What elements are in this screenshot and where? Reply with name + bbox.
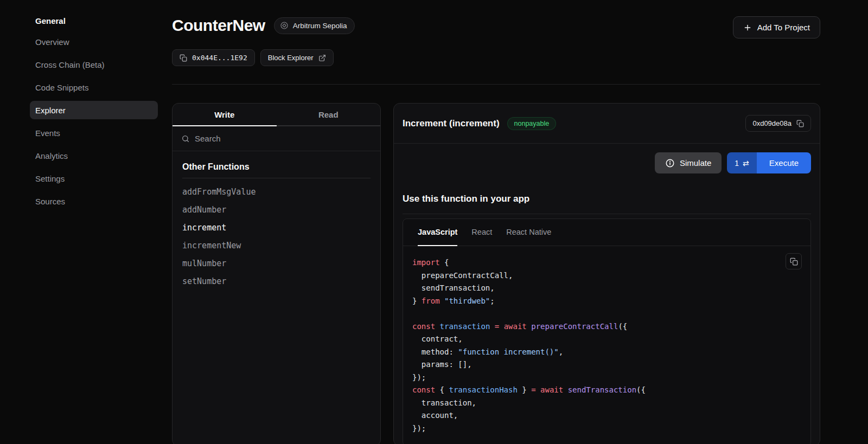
search-input[interactable]	[195, 134, 372, 143]
sidebar-item-overview[interactable]: Overview	[30, 33, 158, 51]
function-group-title: Other Functions	[182, 162, 371, 178]
sidebar-item-events[interactable]: Events	[30, 124, 158, 142]
simulate-label: Simulate	[680, 158, 711, 168]
function-selector-label: 0xd09de08a	[752, 119, 792, 127]
sidebar-item-analytics[interactable]: Analytics	[30, 146, 158, 165]
page-header: CounterNew Arbitrum Sepolia Add To Proje…	[172, 0, 820, 38]
block-explorer-label: Block Explorer	[268, 54, 314, 62]
execute-button[interactable]: Execute	[757, 152, 811, 173]
plus-icon	[743, 23, 752, 32]
swap-arrows-icon: ⇄	[743, 159, 749, 167]
network-icon	[280, 21, 289, 30]
function-title-group: Increment (increment) nonpayable	[403, 117, 556, 130]
search-icon	[181, 134, 190, 143]
tab-write[interactable]: Write	[173, 104, 277, 126]
sidebar-item-cross-chain-beta[interactable]: Cross Chain (Beta)	[30, 55, 158, 74]
function-selector-button[interactable]: 0xd09de08a	[745, 115, 811, 132]
network-badge-label: Arbitrum Sepolia	[293, 22, 347, 30]
copy-code-button[interactable]	[786, 253, 802, 269]
code-snippet-card: JavaScriptReactReact Native import { pre…	[403, 218, 811, 444]
function-item-increment[interactable]: increment	[182, 218, 371, 236]
header-divider	[172, 84, 820, 85]
sidebar-item-sources[interactable]: Sources	[30, 192, 158, 210]
page-title: CounterNew	[172, 16, 265, 35]
code-line: method: "function increment()",	[412, 346, 801, 359]
write-read-tabs: WriteRead	[173, 104, 380, 126]
usage-divider	[403, 214, 811, 214]
function-search	[173, 126, 380, 151]
code-line: sendTransaction,	[412, 282, 801, 295]
function-item-mulNumber[interactable]: mulNumber	[182, 254, 371, 272]
code-line: account,	[412, 409, 801, 422]
sidebar: General OverviewCross Chain (Beta)Code S…	[0, 0, 172, 444]
code-block: import { prepareContractCall, sendTransa…	[412, 256, 801, 435]
execute-split-button: 1 ⇄ Execute	[727, 152, 811, 173]
code-line: import {	[412, 256, 801, 269]
function-item-addNumber[interactable]: addNumber	[182, 201, 371, 218]
code-line: });	[412, 422, 801, 435]
tab-read[interactable]: Read	[277, 104, 381, 126]
network-badge[interactable]: Arbitrum Sepolia	[274, 17, 355, 34]
code-line: const { transactionHash } = await sendTr…	[412, 384, 801, 397]
contract-address-button[interactable]: 0x044E...1E92	[172, 49, 255, 66]
function-detail-panel: Increment (increment) nonpayable 0xd09de…	[393, 103, 820, 444]
code-line: prepareContractCall,	[412, 269, 801, 282]
function-list: addFromMsgValueaddNumberincrementincreme…	[182, 183, 371, 290]
actions-row: Simulate 1 ⇄ Execute	[403, 152, 811, 173]
content: WriteRead Other Functions addFromMsgValu…	[172, 103, 820, 444]
add-to-project-button[interactable]: Add To Project	[733, 16, 820, 38]
function-item-addFromMsgValue[interactable]: addFromMsgValue	[182, 183, 371, 201]
sidebar-section-title: General	[30, 16, 158, 25]
external-link-icon	[318, 54, 326, 62]
transaction-count: 1	[735, 159, 739, 168]
sidebar-item-code-snippets[interactable]: Code Snippets	[30, 78, 158, 96]
function-detail-header: Increment (increment) nonpayable 0xd09de…	[394, 104, 820, 144]
function-list-section: Other Functions addFromMsgValueaddNumber…	[173, 151, 380, 301]
code-line: transaction,	[412, 397, 801, 410]
code-line	[412, 307, 801, 320]
sidebar-nav: OverviewCross Chain (Beta)Code SnippetsE…	[30, 33, 158, 210]
code-line: } from "thirdweb";	[412, 295, 801, 308]
code-tab-react[interactable]: React	[471, 219, 492, 246]
function-detail-body: Simulate 1 ⇄ Execute Use this function i…	[394, 144, 820, 444]
sidebar-item-settings[interactable]: Settings	[30, 169, 158, 188]
code-tab-react-native[interactable]: React Native	[506, 219, 551, 246]
header-actions: 0x044E...1E92 Block Explorer	[172, 49, 820, 66]
function-item-setNumber[interactable]: setNumber	[182, 272, 371, 290]
functions-panel: WriteRead Other Functions addFromMsgValu…	[172, 103, 381, 444]
title-group: CounterNew Arbitrum Sepolia	[172, 16, 355, 35]
main-area: CounterNew Arbitrum Sepolia Add To Proje…	[172, 0, 820, 444]
code-line: params: [],	[412, 358, 801, 371]
info-icon	[665, 158, 675, 168]
copy-icon	[180, 54, 187, 62]
copy-icon	[796, 120, 804, 127]
block-explorer-button[interactable]: Block Explorer	[260, 49, 334, 66]
transaction-count-button[interactable]: 1 ⇄	[727, 152, 757, 173]
code-area: import { prepareContractCall, sendTransa…	[403, 246, 810, 444]
function-item-incrementNew[interactable]: incrementNew	[182, 236, 371, 254]
usage-title: Use this function in your app	[403, 194, 811, 204]
copy-icon	[790, 258, 798, 266]
mutability-badge: nonpayable	[507, 117, 557, 130]
code-line: });	[412, 371, 801, 384]
code-line: const transaction = await prepareContrac…	[412, 320, 801, 333]
code-line: contract,	[412, 333, 801, 346]
add-to-project-label: Add To Project	[757, 23, 810, 32]
simulate-button[interactable]: Simulate	[655, 152, 722, 173]
code-language-tabs: JavaScriptReactReact Native	[403, 219, 810, 246]
function-title: Increment (increment)	[403, 118, 500, 129]
sidebar-item-explorer[interactable]: Explorer	[30, 101, 158, 119]
contract-address-label: 0x044E...1E92	[192, 54, 247, 62]
code-tab-javascript[interactable]: JavaScript	[418, 219, 457, 246]
